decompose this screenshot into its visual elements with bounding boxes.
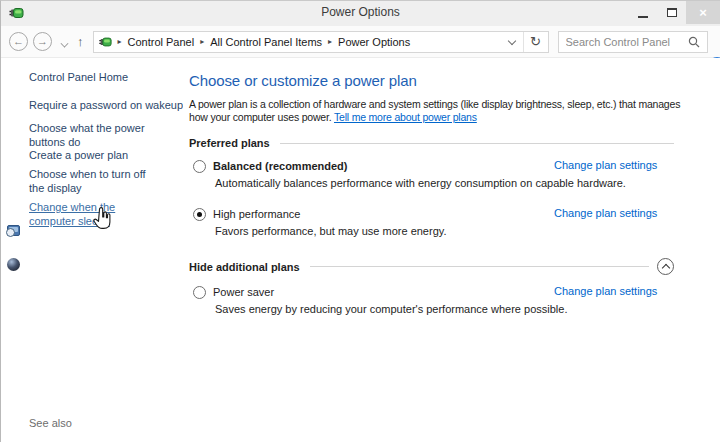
- refresh-button[interactable]: ↻: [524, 34, 548, 49]
- plan-row-balanced: Balanced (recommended) Change plan setti…: [193, 159, 674, 173]
- radio-balanced[interactable]: [193, 160, 206, 173]
- change-plan-settings-link-high-performance[interactable]: Change plan settings: [554, 207, 657, 219]
- radio-high-performance[interactable]: [193, 208, 206, 221]
- forward-button[interactable]: →: [33, 32, 52, 51]
- sidebar-item-power-buttons[interactable]: Choose what the power buttons do: [29, 122, 157, 149]
- breadcrumb-all-control-panel-items[interactable]: All Control Panel Items: [210, 36, 322, 48]
- see-also-label: See also: [29, 417, 72, 429]
- divider: [310, 266, 649, 267]
- collapse-plans-button[interactable]: [657, 258, 674, 275]
- breadcrumb-separator-icon: ▸: [118, 37, 122, 46]
- tell-me-more-link[interactable]: Tell me more about power plans: [334, 111, 477, 123]
- back-button[interactable]: ←: [9, 32, 28, 51]
- display-clock-icon: [7, 225, 20, 236]
- navigation-bar: ← → ↑ ▸ Control Panel ▸ All Control Pane…: [1, 26, 720, 58]
- change-plan-settings-link-power-saver[interactable]: Change plan settings: [554, 285, 657, 297]
- divider: [280, 143, 674, 144]
- titlebar: Power Options ×: [1, 1, 720, 26]
- plan-desc-high-performance: Favors performance, but may use more ene…: [215, 225, 674, 237]
- plan-name-power-saver[interactable]: Power saver: [213, 286, 274, 298]
- search-input[interactable]: [559, 36, 685, 48]
- window-title: Power Options: [321, 5, 400, 19]
- breadcrumb-separator-icon: ▸: [200, 37, 204, 46]
- breadcrumb-separator-icon: ▸: [328, 37, 332, 46]
- address-bar[interactable]: ▸ Control Panel ▸ All Control Panel Item…: [93, 31, 549, 53]
- plan-desc-balanced: Automatically balances performance with …: [215, 177, 674, 189]
- plan-name-balanced[interactable]: Balanced (recommended): [213, 160, 347, 172]
- search-box[interactable]: [558, 31, 708, 53]
- sleep-moon-icon: [7, 258, 20, 271]
- main-content: Choose or customize a power plan A power…: [183, 58, 720, 442]
- close-button[interactable]: ×: [686, 1, 720, 24]
- power-options-window: Power Options × ← → ↑ ▸ Control Panel ▸ …: [0, 0, 720, 442]
- up-button[interactable]: ↑: [77, 34, 84, 49]
- power-options-icon: [8, 5, 24, 21]
- address-dropdown-icon[interactable]: [507, 36, 515, 44]
- minimize-button[interactable]: [628, 1, 657, 24]
- sidebar-item-turn-off-display[interactable]: Choose when to turn off the display: [29, 168, 157, 195]
- intro-line-1: A power plan is a collection of hardware…: [189, 98, 674, 111]
- hide-additional-plans-label: Hide additional plans: [189, 261, 300, 273]
- preferred-plans-label: Preferred plans: [189, 137, 270, 149]
- hide-additional-plans-header: Hide additional plans: [189, 258, 674, 275]
- sidebar-item-create-power-plan[interactable]: Create a power plan: [29, 149, 157, 163]
- intro-line-2: how your computer uses power.: [189, 111, 331, 123]
- plan-row-high-performance: High performance Change plan settings: [193, 207, 674, 221]
- plan-row-power-saver: Power saver Change plan settings: [193, 285, 674, 299]
- maximize-button[interactable]: [657, 1, 686, 24]
- change-plan-settings-link-balanced[interactable]: Change plan settings: [554, 159, 657, 171]
- page-title: Choose or customize a power plan: [189, 72, 674, 89]
- breadcrumb-control-panel[interactable]: Control Panel: [128, 36, 195, 48]
- sidebar-item-computer-sleeps[interactable]: Change when the computer sleeps: [29, 201, 157, 228]
- sidebar: Control Panel Home Require a password on…: [1, 58, 183, 442]
- recent-pages-dropdown-icon[interactable]: [61, 39, 69, 47]
- radio-power-saver[interactable]: [193, 286, 206, 299]
- sidebar-item-control-panel-home[interactable]: Control Panel Home: [29, 71, 204, 85]
- window-controls: ×: [628, 1, 720, 24]
- sidebar-item-require-password[interactable]: Require a password on wakeup: [29, 99, 204, 113]
- power-options-icon: [98, 35, 112, 49]
- search-icon[interactable]: [688, 36, 700, 48]
- breadcrumb-power-options[interactable]: Power Options: [338, 36, 410, 48]
- preferred-plans-header: Preferred plans: [189, 137, 674, 149]
- intro-text: A power plan is a collection of hardware…: [189, 98, 674, 124]
- plan-name-high-performance[interactable]: High performance: [213, 208, 300, 220]
- plan-desc-power-saver: Saves energy by reducing your computer's…: [215, 303, 674, 315]
